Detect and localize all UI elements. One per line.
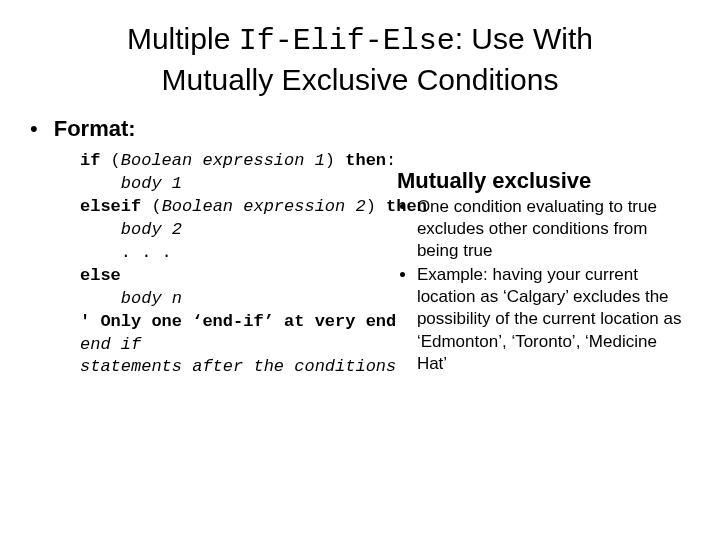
code-body1: body 1 bbox=[121, 174, 182, 193]
kw-then: then bbox=[345, 151, 386, 170]
slide: Multiple If-Elif-Else: Use With Mutually… bbox=[0, 0, 720, 540]
code-text: : bbox=[386, 151, 396, 170]
code-after: statements after the conditions bbox=[80, 357, 396, 376]
code-endif: end if bbox=[80, 335, 141, 354]
side-panel: Mutually exclusive One condition evaluat… bbox=[397, 168, 690, 377]
code-dots: . . . bbox=[121, 243, 172, 262]
title-code: If-Elif-Else bbox=[239, 24, 455, 58]
code-text: ( bbox=[100, 151, 120, 170]
code-block: if (Boolean expression 1) then: body 1 e… bbox=[80, 150, 427, 379]
kw-if: if bbox=[80, 151, 100, 170]
slide-title: Multiple If-Elif-Else: Use With Mutually… bbox=[70, 20, 650, 98]
code-body2: body 2 bbox=[121, 220, 182, 239]
code-expr1: Boolean expression 1 bbox=[121, 151, 325, 170]
format-label: Format: bbox=[54, 116, 136, 142]
code-text: ( bbox=[141, 197, 161, 216]
bullet-icon: • bbox=[30, 118, 38, 140]
code-text: ) bbox=[325, 151, 345, 170]
list-item: One condition evaluating to true exclude… bbox=[417, 196, 690, 262]
content-area: if (Boolean expression 1) then: body 1 e… bbox=[80, 150, 690, 379]
code-expr2: Boolean expression 2 bbox=[162, 197, 366, 216]
code-text: ) bbox=[366, 197, 386, 216]
list-item: Example: having your current location as… bbox=[417, 264, 690, 374]
kw-elseif: elseif bbox=[80, 197, 141, 216]
code-comment: ' Only one ‘end-if’ at very end bbox=[80, 312, 396, 331]
code-bodyn: body n bbox=[121, 289, 182, 308]
kw-else: else bbox=[80, 266, 121, 285]
side-heading: Mutually exclusive bbox=[397, 168, 690, 194]
format-row: • Format: bbox=[30, 116, 690, 142]
title-pre: Multiple bbox=[127, 22, 239, 55]
side-list: One condition evaluating to true exclude… bbox=[397, 196, 690, 375]
